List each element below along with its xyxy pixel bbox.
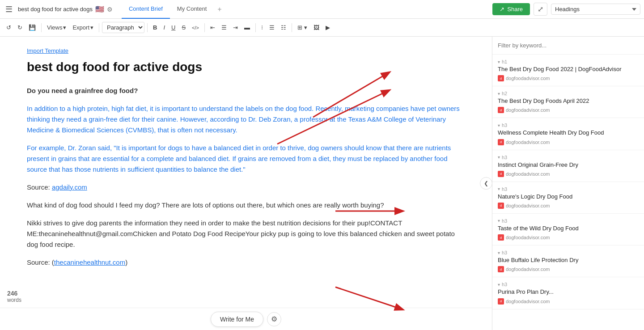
chevron-down-icon: ▾	[498, 218, 500, 223]
heading-level-3: ▾ h3	[498, 155, 639, 160]
word-count: 246 words	[7, 290, 21, 303]
heading-level-1: ▾ h2	[498, 91, 639, 96]
favicon-icon-7: d	[498, 298, 504, 305]
save-button[interactable]: 💾	[26, 22, 38, 33]
image-button[interactable]: 🖼	[311, 22, 322, 33]
align-right-button[interactable]: ⇥	[230, 22, 241, 33]
heading-title-6: Blue Buffalo Life Protection Dry	[498, 256, 639, 264]
share-button[interactable]: ↗ Share	[492, 3, 530, 15]
bold-button[interactable]: B	[150, 22, 160, 33]
ordered-list-button[interactable]: ☰	[267, 22, 277, 33]
media-button[interactable]: ▶	[323, 22, 333, 33]
underline-button[interactable]: U	[169, 22, 178, 33]
table-button[interactable]: ⊞ ▾	[295, 22, 310, 33]
heading-level-6: ▾ h3	[498, 250, 639, 255]
top-nav: ☰ best dog food for active dogs 🇺🇸 ⚙ Con…	[0, 0, 644, 19]
divider-4	[204, 23, 205, 32]
views-button[interactable]: Views ▾	[44, 22, 69, 33]
heading-meta-6: ▾ h3 Blue Buffalo Life Protection Dry d …	[498, 250, 639, 272]
heading-title-1: The Best Dry Dog Foods April 2022	[498, 97, 639, 105]
favicon-icon-3: d	[498, 171, 504, 177]
chevron-down-icon: ▾	[498, 250, 500, 255]
italic-button[interactable]: I	[161, 22, 168, 33]
paragraph-4: What kind of dog food should I feed my d…	[27, 200, 465, 211]
headings-dropdown[interactable]: Headings Outline Questions	[551, 4, 640, 15]
heading-list-item[interactable]: ▾ h3 Wellness Complete Health Dry Dog Fo…	[492, 118, 644, 150]
tab-add-button[interactable]: +	[214, 0, 225, 19]
chevron-down-icon: ▾	[498, 123, 500, 128]
chevron-down-icon: ▾	[498, 91, 500, 96]
favicon-icon-1: d	[498, 107, 504, 113]
heading-list-item[interactable]: ▾ h3 Taste of the Wild Dry Dog Food d do…	[492, 214, 644, 245]
heading-meta-0: ▾ h1 The Best Dry Dog Food 2022 | DogFoo…	[498, 59, 639, 81]
tab-bar: Content Brief My Content +	[122, 0, 225, 19]
share-icon: ↗	[500, 6, 504, 13]
settings-button[interactable]: ⚙	[267, 312, 281, 326]
undo-button[interactable]: ↺	[4, 22, 14, 33]
heading-title-7: Purina Pro Plan Dry...	[498, 288, 639, 296]
heading-source-4: d dogfoodadvisor.com	[498, 203, 639, 209]
heading-source-2: d dogfoodadvisor.com	[498, 139, 639, 145]
heading-meta-3: ▾ h3 Instinct Original Grain-Free Dry d …	[498, 155, 639, 177]
collapse-panel-button[interactable]: ❮	[480, 177, 492, 190]
heading-source-3: d dogfoodadvisor.com	[498, 171, 639, 177]
heading-meta-2: ▾ h3 Wellness Complete Health Dry Dog Fo…	[498, 123, 639, 145]
heading-list-item[interactable]: ▾ h3 Blue Buffalo Life Protection Dry d …	[492, 245, 644, 277]
agdaily-link[interactable]: agdaily.com	[52, 183, 87, 191]
thecaninehealthnut-link[interactable]: thecaninehealthnut.com	[54, 258, 125, 266]
tab-my-content[interactable]: My Content	[170, 0, 214, 19]
write-for-me-button[interactable]: Write for Me	[211, 312, 263, 327]
favicon-icon-0: d	[498, 75, 504, 81]
redo-button[interactable]: ↻	[15, 22, 25, 33]
code-button[interactable]: </>	[189, 23, 202, 32]
divider-3	[147, 23, 148, 32]
chevron-down-icon: ▾	[498, 59, 500, 64]
gear-icon[interactable]: ⚙	[107, 6, 113, 13]
export-button[interactable]: Export ▾	[70, 22, 96, 33]
tab-content-brief[interactable]: Content Brief	[122, 0, 170, 19]
doc-title-text: best dog food for active dogs	[18, 6, 93, 13]
divider-1	[41, 23, 42, 32]
filter-area	[492, 37, 644, 55]
strikethrough-button[interactable]: S	[179, 22, 188, 33]
checklist-button[interactable]: ☷	[278, 22, 289, 33]
headings-list: ▾ h1 The Best Dry Dog Food 2022 | DogFoo…	[492, 55, 644, 330]
paragraph-6: Source: (thecaninehealthnut.com)	[27, 257, 465, 268]
paragraph-select[interactable]: Paragraph	[102, 22, 144, 33]
chevron-down-icon: ▾	[498, 155, 500, 160]
chevron-down-icon: ▾	[498, 186, 500, 191]
svg-line-3	[335, 287, 402, 309]
expand-button[interactable]: ⤢	[534, 3, 547, 16]
heading-title-4: Nature's Logic Dry Dog Food	[498, 193, 639, 201]
heading-list-item[interactable]: ▾ h2 The Best Dry Dog Foods April 2022 d…	[492, 86, 644, 118]
heading-list-item[interactable]: ▾ h3 Purina Pro Plan Dry... d dogfoodadv…	[492, 277, 644, 309]
heading-list-item[interactable]: ▾ h1 The Best Dry Dog Food 2022 | DogFoo…	[492, 55, 644, 86]
heading-level-7: ▾ h3	[498, 282, 639, 287]
align-center-button[interactable]: ☰	[219, 22, 229, 33]
heading-meta-5: ▾ h3 Taste of the Wild Dry Dog Food d do…	[498, 218, 639, 241]
import-template-link[interactable]: Import Template	[27, 47, 465, 54]
main-layout: Import Template best dog food for active…	[0, 37, 644, 330]
heading-title-0: The Best Dry Dog Food 2022 | DogFoodAdvi…	[498, 65, 639, 73]
heading-meta-7: ▾ h3 Purina Pro Plan Dry... d dogfoodadv…	[498, 282, 639, 304]
hamburger-icon[interactable]: ☰	[4, 3, 14, 16]
justify-button[interactable]: ▬	[242, 22, 253, 33]
divider-5	[255, 23, 256, 32]
align-left-button[interactable]: ⇤	[208, 22, 218, 33]
heading-list-item[interactable]: ▾ h3 Instinct Original Grain-Free Dry d …	[492, 150, 644, 182]
heading-level-4: ▾ h3	[498, 186, 639, 192]
paragraph-3: Source: agdaily.com	[27, 182, 465, 193]
bottom-bar: Write for Me ⚙	[0, 308, 492, 330]
favicon-icon-5: d	[498, 234, 504, 241]
favicon-icon-4: d	[498, 203, 504, 209]
paragraph-2: For example, Dr. Zoran said, "It is impo…	[27, 143, 465, 175]
heading-source-0: d dogfoodadvisor.com	[498, 75, 639, 81]
toolbar: ↺ ↻ 💾 Views ▾ Export ▾ Paragraph B I U S…	[0, 19, 644, 37]
filter-input[interactable]	[498, 40, 639, 51]
heading-list-item[interactable]: ▾ h3 Nature's Logic Dry Dog Food d dogfo…	[492, 182, 644, 214]
heading-source-1: d dogfoodadvisor.com	[498, 107, 639, 113]
editor-pane: Import Template best dog food for active…	[0, 37, 492, 330]
bullet-list-button[interactable]: ⁝	[258, 22, 266, 33]
document-title: best dog food for active dogs	[27, 59, 465, 75]
favicon-icon-6: d	[498, 266, 504, 272]
